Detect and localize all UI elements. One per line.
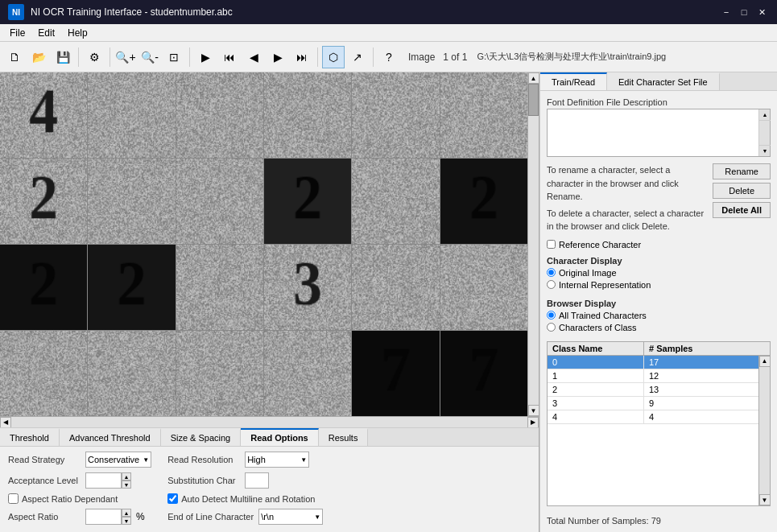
maximize-button[interactable]: □ bbox=[737, 5, 751, 19]
grid-cell[interactable] bbox=[352, 331, 439, 416]
delete-all-button[interactable]: Delete All bbox=[713, 202, 771, 218]
total-samples-row: Total Number of Samples: 79 bbox=[547, 513, 771, 526]
grid-cell[interactable] bbox=[264, 245, 351, 330]
tab-read-options[interactable]: Read Options bbox=[241, 428, 319, 446]
grid-cell[interactable] bbox=[264, 331, 351, 416]
zoom-in-button[interactable]: 🔍+ bbox=[114, 46, 137, 68]
class-scroll-up[interactable]: ▲ bbox=[759, 356, 771, 367]
grid-cell[interactable] bbox=[88, 159, 175, 244]
class-row-0[interactable]: 0 17 bbox=[548, 356, 770, 369]
char-display-original-label: Original Image bbox=[559, 268, 617, 278]
scroll-up-arrow[interactable]: ▲ bbox=[528, 72, 539, 84]
help-button[interactable]: ? bbox=[378, 46, 400, 68]
prev-button[interactable]: ◀ bbox=[242, 46, 265, 68]
acceptance-down-btn[interactable]: ▼ bbox=[122, 480, 131, 489]
aspect-ratio-down-btn[interactable]: ▼ bbox=[122, 517, 131, 525]
first-button[interactable]: ⏮ bbox=[218, 46, 241, 68]
browser-display-class-radio[interactable] bbox=[547, 323, 556, 332]
grid-cell[interactable] bbox=[264, 72, 351, 158]
tab-size-spacing[interactable]: Size & Spacing bbox=[161, 428, 242, 446]
tab-results[interactable]: Results bbox=[319, 428, 369, 446]
tab-threshold[interactable]: Threshold bbox=[0, 428, 60, 446]
grid-cell[interactable] bbox=[176, 72, 263, 158]
grid-cell[interactable] bbox=[440, 159, 527, 244]
tab-train-read[interactable]: Train/Read bbox=[540, 72, 607, 90]
aspect-ratio-up-btn[interactable]: ▲ bbox=[122, 509, 131, 517]
horizontal-scrollbar[interactable]: ◀ ▶ bbox=[0, 416, 539, 427]
scroll-left-arrow[interactable]: ◀ bbox=[0, 417, 11, 428]
browser-display-all-radio[interactable] bbox=[547, 311, 556, 320]
grid-cell[interactable] bbox=[88, 72, 175, 158]
class-scroll-down[interactable]: ▼ bbox=[759, 494, 771, 505]
select-button[interactable]: ⬡ bbox=[322, 46, 345, 68]
class-table-scrollbar[interactable]: ▲ ▼ bbox=[758, 356, 770, 506]
h-scroll-track[interactable] bbox=[11, 417, 527, 427]
read-strategy-select[interactable]: Conservative ▼ bbox=[85, 452, 151, 468]
grid-cell[interactable] bbox=[0, 72, 87, 158]
auto-detect-checkbox[interactable] bbox=[167, 493, 178, 504]
scroll-track[interactable] bbox=[528, 84, 539, 405]
scroll-right-arrow[interactable]: ▶ bbox=[527, 417, 539, 428]
aspect-ratio-input[interactable]: 400 bbox=[85, 509, 122, 525]
read-strategy-value: Conservative bbox=[88, 455, 139, 464]
class-row-2[interactable]: 2 13 bbox=[548, 383, 770, 397]
ta-scroll-down[interactable]: ▼ bbox=[759, 145, 771, 156]
font-description-content[interactable] bbox=[548, 109, 758, 156]
save-button[interactable]: 💾 bbox=[52, 46, 74, 68]
grid-cell[interactable] bbox=[176, 245, 263, 330]
font-description-textarea: ▲ ▼ bbox=[547, 109, 771, 157]
tab-advanced-threshold[interactable]: Advanced Threshold bbox=[60, 428, 161, 446]
grid-cell[interactable] bbox=[88, 245, 175, 330]
scroll-thumb[interactable] bbox=[528, 84, 539, 116]
char-display-internal-radio[interactable] bbox=[547, 280, 556, 289]
grid-cell[interactable] bbox=[0, 331, 87, 416]
pointer-button[interactable]: ↗ bbox=[346, 46, 369, 68]
vertical-scrollbar[interactable]: ▲ ▼ bbox=[527, 72, 539, 416]
grid-cell[interactable] bbox=[0, 245, 87, 330]
char-display-original-radio[interactable] bbox=[547, 268, 556, 277]
scroll-down-arrow[interactable]: ▼ bbox=[528, 405, 539, 416]
grid-cell[interactable] bbox=[352, 245, 439, 330]
grid-cell[interactable] bbox=[440, 245, 527, 330]
class-row-4[interactable]: 4 4 bbox=[548, 410, 770, 424]
ta-scroll-up[interactable]: ▲ bbox=[759, 109, 771, 121]
ta-scroll-track[interactable] bbox=[759, 121, 770, 145]
tab-edit-char-set[interactable]: Edit Character Set File bbox=[607, 72, 720, 90]
acceptance-up-btn[interactable]: ▲ bbox=[122, 472, 131, 480]
rename-button[interactable]: Rename bbox=[713, 163, 771, 179]
grid-cell[interactable] bbox=[264, 159, 351, 244]
last-button[interactable]: ⏭ bbox=[291, 46, 313, 68]
grid-cell[interactable] bbox=[176, 331, 263, 416]
zoom-out-button[interactable]: 🔍- bbox=[138, 46, 161, 68]
aspect-ratio-label: Aspect Ratio bbox=[8, 512, 81, 522]
reference-character-checkbox[interactable] bbox=[547, 240, 556, 249]
font-description-label: Font Definition File Description bbox=[547, 97, 771, 107]
new-button[interactable]: 🗋 bbox=[3, 46, 26, 68]
acceptance-level-input[interactable]: 700 bbox=[85, 472, 122, 489]
substitution-char-input[interactable]: ? bbox=[245, 472, 269, 489]
close-button[interactable]: ✕ bbox=[754, 5, 769, 19]
grid-cell[interactable] bbox=[440, 72, 527, 158]
read-resolution-select[interactable]: High ▼ bbox=[245, 452, 309, 468]
grid-cell[interactable] bbox=[440, 331, 527, 416]
menu-edit[interactable]: Edit bbox=[31, 26, 61, 40]
tool-button[interactable]: ⚙ bbox=[83, 46, 105, 68]
class-scroll-track[interactable] bbox=[759, 367, 770, 495]
grid-cell[interactable] bbox=[176, 159, 263, 244]
play-button[interactable]: ▶ bbox=[194, 46, 217, 68]
next-button[interactable]: ▶ bbox=[267, 46, 289, 68]
minimize-button[interactable]: − bbox=[719, 5, 734, 19]
class-row-1[interactable]: 1 12 bbox=[548, 369, 770, 383]
menu-help[interactable]: Help bbox=[61, 26, 94, 40]
open-button[interactable]: 📂 bbox=[27, 46, 50, 68]
grid-cell[interactable] bbox=[0, 159, 87, 244]
menu-file[interactable]: File bbox=[3, 26, 31, 40]
grid-cell[interactable] bbox=[352, 159, 439, 244]
zoom-fit-button[interactable]: ⊡ bbox=[163, 46, 185, 68]
end-of-line-select[interactable]: \r\n ▼ bbox=[258, 509, 323, 525]
grid-cell[interactable] bbox=[352, 72, 439, 158]
aspect-ratio-dep-checkbox[interactable] bbox=[8, 493, 19, 504]
delete-button[interactable]: Delete bbox=[713, 183, 771, 199]
grid-cell[interactable] bbox=[88, 331, 175, 416]
class-row-3[interactable]: 3 9 bbox=[548, 397, 770, 410]
